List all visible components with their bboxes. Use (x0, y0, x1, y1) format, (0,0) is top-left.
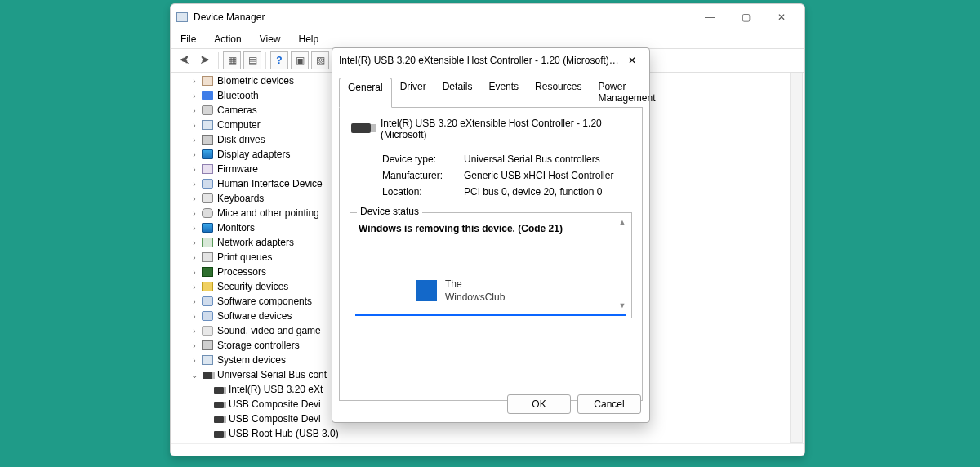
device-name: Intel(R) USB 3.20 eXtensible Host Contro… (381, 118, 632, 140)
tree-label: Keyboards (217, 193, 264, 204)
tree-label: Human Interface Device (217, 178, 323, 189)
close-button[interactable]: ✕ (764, 6, 800, 29)
expand-icon[interactable]: › (189, 224, 199, 233)
category-icon (201, 193, 214, 204)
expand-icon[interactable]: › (189, 180, 199, 189)
label-device-type: Device type: (382, 153, 464, 165)
menu-action[interactable]: Action (211, 32, 244, 47)
tab-driver[interactable]: Driver (392, 78, 434, 108)
status-underline (355, 314, 626, 316)
tree-label: USB Composite Devi (229, 398, 321, 410)
tab-power-management[interactable]: Power Management (590, 78, 663, 108)
forward-button[interactable]: ⮞ (196, 51, 214, 69)
cancel-button[interactable]: Cancel (577, 394, 641, 414)
expand-icon[interactable]: › (189, 136, 199, 145)
expand-icon[interactable]: › (189, 312, 199, 321)
toolbar-separator (218, 52, 219, 69)
dialog-close-button[interactable]: ✕ (621, 50, 643, 71)
watermark: TheWindowsClub (416, 278, 505, 303)
tree-label: Sound, video and game (217, 325, 321, 336)
category-icon (201, 75, 214, 87)
menu-file[interactable]: File (177, 32, 199, 47)
tree-label: Print queues (217, 251, 272, 263)
category-icon (201, 105, 214, 116)
tree-label: USB Root Hub (USB 3.0) (229, 428, 339, 439)
tree-label: Software components (217, 296, 312, 307)
value-location: PCI bus 0, device 20, function 0 (464, 186, 602, 198)
expand-icon[interactable]: › (189, 356, 199, 365)
ok-button[interactable]: OK (507, 394, 571, 414)
usb-device-icon (212, 413, 225, 425)
back-button[interactable]: ⮜ (176, 51, 194, 69)
dialog-titlebar[interactable]: Intel(R) USB 3.20 eXtensible Host Contro… (332, 48, 649, 73)
tree-label: Universal Serial Bus cont (217, 369, 327, 380)
expand-icon[interactable]: › (189, 194, 199, 203)
tab-details[interactable]: Details (434, 78, 481, 108)
expand-icon[interactable]: › (189, 165, 199, 174)
tab-general[interactable]: General (339, 78, 392, 108)
usb-icon (201, 369, 214, 380)
tree-label: Storage controllers (217, 340, 300, 351)
tree-label: Processors (217, 266, 266, 278)
tree-label: System devices (217, 354, 286, 366)
tree-label: USB Composite Devi (229, 413, 321, 425)
category-icon (201, 90, 214, 101)
status-scroll-up[interactable]: ▲ (617, 218, 628, 229)
vertical-scrollbar[interactable] (790, 73, 803, 443)
tree-label: Software devices (217, 310, 292, 322)
category-icon (201, 237, 214, 248)
status-scroll-down[interactable]: ▼ (617, 301, 628, 313)
menu-view[interactable]: View (256, 32, 284, 47)
expand-icon[interactable]: › (189, 282, 199, 291)
toolbar-update[interactable]: ▧ (311, 51, 329, 69)
category-icon (201, 340, 214, 351)
category-icon (201, 222, 214, 234)
maximize-button[interactable]: ▢ (728, 6, 764, 29)
category-icon (201, 207, 214, 219)
tree-label: Biometric devices (217, 75, 294, 87)
window-title: Device Manager (194, 11, 265, 23)
expand-icon[interactable]: › (189, 268, 199, 277)
expand-icon[interactable]: › (189, 209, 199, 218)
menu-help[interactable]: Help (296, 32, 323, 47)
tabstrip: General Driver Details Events Resources … (332, 78, 649, 108)
tree-label: Intel(R) USB 3.20 eXt (229, 384, 323, 395)
tree-child-usb-device[interactable]: USB Root Hub (USB 3.0) (172, 426, 804, 441)
menubar: File Action View Help (171, 30, 804, 48)
expand-icon[interactable]: › (189, 150, 199, 159)
label-manufacturer: Manufacturer: (382, 170, 464, 181)
category-icon (201, 119, 214, 131)
expand-icon[interactable]: › (189, 91, 199, 100)
category-icon (201, 178, 214, 189)
titlebar[interactable]: Device Manager — ▢ ✕ (171, 4, 804, 30)
tab-panel-general: Intel(R) USB 3.20 eXtensible Host Contro… (339, 107, 643, 401)
tree-label: Security devices (217, 281, 288, 292)
status-strip (172, 443, 804, 455)
minimize-button[interactable]: — (692, 6, 728, 29)
toolbar-show-hidden[interactable]: ▦ (223, 51, 241, 69)
tree-label: Computer (217, 119, 261, 131)
expand-icon[interactable]: › (189, 341, 199, 350)
expand-icon[interactable]: › (189, 327, 199, 336)
category-icon (201, 149, 214, 160)
toolbar-separator (265, 52, 266, 69)
expand-icon[interactable]: › (189, 77, 199, 86)
device-status-label: Device status (357, 206, 422, 217)
toolbar-scan[interactable]: ▣ (291, 51, 309, 69)
toolbar-help[interactable]: ? (270, 51, 288, 69)
expand-icon[interactable]: › (189, 106, 199, 115)
toolbar-properties[interactable]: ▤ (243, 51, 261, 69)
expand-icon[interactable]: › (189, 238, 199, 247)
tree-label: Firmware (217, 163, 258, 175)
expand-icon[interactable]: › (189, 121, 199, 130)
expand-icon[interactable]: › (189, 253, 199, 262)
category-icon (201, 163, 214, 175)
expand-icon[interactable]: › (189, 297, 199, 306)
tab-resources[interactable]: Resources (527, 78, 590, 108)
tree-label: Monitors (217, 222, 255, 234)
category-icon (201, 354, 214, 366)
collapse-icon[interactable]: ⌄ (189, 371, 199, 380)
usb-device-icon (212, 384, 225, 395)
value-device-type: Universal Serial Bus controllers (464, 153, 600, 165)
tab-events[interactable]: Events (480, 78, 527, 108)
